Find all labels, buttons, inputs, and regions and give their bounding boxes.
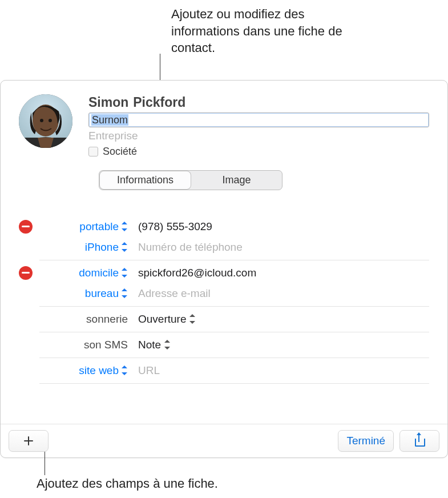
avatar[interactable] — [19, 94, 72, 148]
phone2-input[interactable]: Numéro de téléphone — [138, 241, 243, 254]
avatar-image — [19, 94, 72, 148]
phone-label: portable — [79, 220, 119, 233]
contact-card: Simon Pickford Surnom Entreprise Société… — [0, 80, 448, 458]
done-button[interactable]: Terminé — [338, 430, 394, 452]
plus-icon — [24, 436, 33, 445]
ringtone-select[interactable]: Ouverture — [138, 313, 196, 326]
society-checkbox[interactable] — [88, 147, 98, 156]
chevron-updown-icon — [122, 366, 128, 375]
nickname-field[interactable]: Surnom — [88, 113, 429, 127]
texttone-select[interactable]: Note — [138, 339, 171, 351]
email-label: domicile — [79, 267, 119, 279]
share-icon — [415, 436, 424, 447]
url-input[interactable]: URL — [138, 364, 160, 377]
url-label-select[interactable]: site web — [39, 364, 128, 377]
annotation-bottom-line — [45, 452, 45, 475]
phone2-label: iPhone — [85, 241, 119, 254]
share-button[interactable] — [399, 430, 439, 452]
nickname-value: Surnom — [91, 114, 128, 126]
chevron-updown-icon — [122, 222, 128, 231]
remove-phone-button[interactable] — [19, 220, 33, 234]
segmented-control: Informations Image — [99, 170, 282, 190]
remove-email-button[interactable] — [19, 266, 33, 280]
email2-label: bureau — [85, 287, 119, 300]
last-name[interactable]: Pickford — [133, 94, 185, 111]
tab-image[interactable]: Image — [191, 171, 282, 190]
email-label-select[interactable]: domicile — [39, 267, 128, 279]
svg-point-4 — [49, 119, 52, 122]
email2-label-select[interactable]: bureau — [39, 287, 128, 300]
first-name[interactable]: Simon — [88, 94, 128, 111]
svg-point-3 — [40, 119, 43, 122]
bottom-toolbar: Terminé — [1, 424, 447, 457]
tab-informations[interactable]: Informations — [100, 171, 191, 189]
chevron-updown-icon — [164, 340, 171, 350]
annotation-bottom: Ajoutez des champs à une fiche. — [37, 476, 218, 491]
texttone-label: son SMS — [39, 339, 128, 351]
phone-value[interactable]: (978) 555-3029 — [138, 220, 212, 233]
chevron-updown-icon — [122, 288, 128, 298]
email2-input[interactable]: Adresse e-mail — [138, 287, 211, 300]
phone-label-select[interactable]: portable — [39, 220, 128, 233]
chevron-updown-icon — [122, 268, 128, 278]
url-label: site web — [79, 364, 119, 377]
company-field[interactable]: Entreprise — [88, 130, 429, 142]
annotation-top: Ajoutez ou modifiez des informations dan… — [171, 6, 342, 57]
chevron-updown-icon — [122, 242, 128, 252]
chevron-updown-icon — [189, 314, 196, 324]
ringtone-label: sonnerie — [39, 313, 128, 326]
add-field-button[interactable] — [9, 430, 49, 452]
society-label: Société — [103, 146, 137, 158]
phone2-label-select[interactable]: iPhone — [39, 241, 128, 254]
email-value[interactable]: spickford26@icloud.com — [138, 267, 256, 279]
